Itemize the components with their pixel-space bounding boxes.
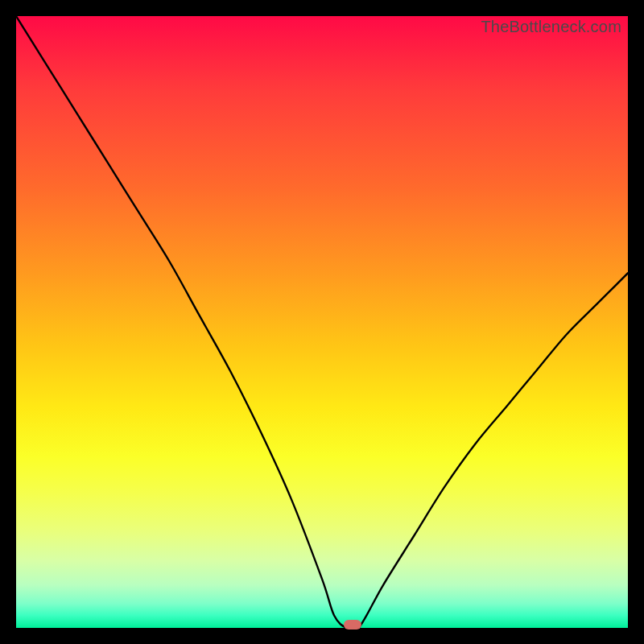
chart-frame: TheBottleneck.com <box>0 0 644 644</box>
optimum-marker <box>344 620 361 630</box>
curve-path <box>16 16 628 628</box>
plot-area: TheBottleneck.com <box>16 16 628 628</box>
bottleneck-curve <box>16 16 628 628</box>
